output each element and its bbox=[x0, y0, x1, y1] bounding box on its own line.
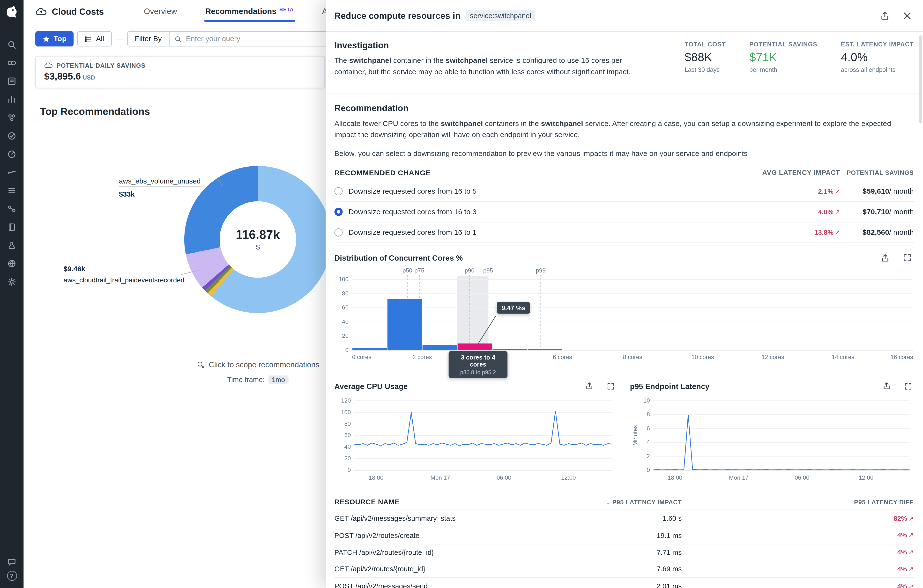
radio-button[interactable] bbox=[335, 228, 343, 237]
svg-text:100: 100 bbox=[341, 409, 351, 415]
table-header: RECOMMENDED CHANGE AVG LATENCY IMPACT PO… bbox=[335, 166, 914, 181]
potential-daily-savings-card: POTENTIAL DAILY SAVINGS $3,895.6USD bbox=[35, 56, 325, 88]
svg-text:12:00: 12:00 bbox=[561, 474, 576, 481]
radio-button[interactable] bbox=[335, 187, 343, 195]
monitors-icon[interactable] bbox=[7, 130, 17, 141]
svg-text:Mon 17: Mon 17 bbox=[430, 474, 450, 481]
distribution-chart[interactable]: 020406080100p50p75p90p95p990 cores2 core… bbox=[335, 267, 914, 371]
search-icon bbox=[174, 35, 182, 43]
time-frame-value-tag[interactable]: 1mo bbox=[268, 375, 289, 384]
ci-icon[interactable] bbox=[7, 240, 17, 251]
help-icon[interactable]: ? bbox=[7, 571, 17, 581]
recommendation-section: Recommendation Allocate fewer CPU cores … bbox=[326, 94, 923, 159]
svg-text:40: 40 bbox=[342, 318, 348, 325]
trend-up-icon: ↗ bbox=[908, 549, 913, 555]
logs-icon[interactable] bbox=[7, 76, 17, 86]
datadog-logo-icon[interactable] bbox=[4, 5, 19, 20]
resource-row[interactable]: GET /api/v2/messages/summary_stats 1.60 … bbox=[335, 510, 914, 527]
recommendation-side-panel: Reduce compute resources in service:swit… bbox=[325, 0, 923, 588]
service-tag[interactable]: service:switchpanel bbox=[466, 10, 535, 21]
endpoint-latency-chart[interactable]: p95 Endpoint Latency 024681018:00Mon 170… bbox=[630, 373, 914, 490]
export-icon[interactable] bbox=[880, 380, 893, 393]
export-icon[interactable] bbox=[879, 9, 892, 22]
svg-text:6: 6 bbox=[647, 425, 650, 432]
cursor-scope-icon bbox=[196, 360, 205, 369]
resource-row[interactable]: GET /api/v2/routes/{route_id} 7.69 ms 4%… bbox=[335, 561, 914, 578]
distribution-header: Distribution of Concurrent Cores % bbox=[326, 243, 923, 264]
scope-recommendations-action[interactable]: Click to scope recommendations bbox=[175, 360, 340, 369]
stat-total-cost: TOTAL COST $88K Last 30 days bbox=[685, 41, 726, 93]
settings-icon[interactable] bbox=[7, 276, 17, 287]
watchdog-icon[interactable] bbox=[7, 112, 17, 123]
trend-up-icon: ↗ bbox=[908, 515, 913, 522]
trend-up-icon: ↗ bbox=[908, 582, 913, 588]
apm-icon[interactable] bbox=[7, 167, 17, 177]
tab-overview[interactable]: Overview bbox=[130, 0, 191, 23]
search-icon[interactable] bbox=[7, 39, 17, 50]
cloud-costs-icon bbox=[35, 7, 47, 16]
time-frame: Time frame: 1mo bbox=[175, 375, 340, 384]
notebooks-icon[interactable] bbox=[7, 221, 17, 232]
infrastructure-icon[interactable] bbox=[7, 57, 17, 68]
panel-title: Reduce compute resources in bbox=[335, 11, 460, 21]
svg-text:0: 0 bbox=[647, 467, 650, 473]
savings-icon bbox=[44, 62, 53, 69]
cpu-usage-chart[interactable]: Average CPU Usage 02040608010012018:00Mo… bbox=[335, 373, 617, 490]
trend-up-icon: ↗ bbox=[835, 188, 840, 195]
svg-text:18:00: 18:00 bbox=[668, 474, 682, 481]
resource-row[interactable]: POST /api/v2/routes/create 19.1 ms 4%↗ bbox=[335, 527, 914, 544]
downsize-option-row[interactable]: Downsize requested cores from 16 to 3 4.… bbox=[335, 202, 914, 223]
svg-text:18:00: 18:00 bbox=[369, 474, 383, 481]
svg-text:8 cores: 8 cores bbox=[623, 354, 642, 360]
svg-text:06:00: 06:00 bbox=[496, 474, 511, 481]
expand-icon[interactable] bbox=[901, 380, 914, 393]
security-icon[interactable] bbox=[7, 258, 17, 269]
recommended-change-table: RECOMMENDED CHANGE AVG LATENCY IMPACT PO… bbox=[335, 166, 914, 243]
expand-icon[interactable] bbox=[604, 380, 617, 393]
export-icon[interactable] bbox=[879, 251, 892, 264]
resource-row[interactable]: POST /api/v2/messages/send 2.01 ms 4%↗ bbox=[335, 578, 914, 588]
filter-by-label[interactable]: Filter By bbox=[128, 32, 169, 46]
app-nav-rail: ? bbox=[0, 0, 23, 588]
downsize-option-row[interactable]: Downsize requested cores from 16 to 5 2.… bbox=[335, 181, 914, 202]
page-title: Cloud Costs bbox=[35, 0, 104, 23]
network-icon[interactable] bbox=[7, 203, 17, 214]
stat-potential-savings: POTENTIAL SAVINGS $71K per month bbox=[749, 41, 817, 93]
svg-text:2: 2 bbox=[647, 453, 650, 459]
svg-text:2 cores: 2 cores bbox=[413, 354, 432, 360]
chat-icon[interactable] bbox=[7, 556, 17, 567]
recommendation-heading: Recommendation bbox=[335, 103, 914, 113]
svg-text:Minutes: Minutes bbox=[632, 425, 638, 446]
resource-latency-table: RESOURCE NAME ↓P95 LATENCY IMPACT P95 LA… bbox=[335, 495, 914, 588]
downsize-option-row[interactable]: Downsize requested cores from 16 to 1 13… bbox=[335, 223, 914, 243]
close-icon[interactable] bbox=[901, 9, 914, 22]
trend-up-icon: ↗ bbox=[835, 229, 840, 236]
all-filter-button[interactable]: All bbox=[77, 31, 112, 46]
svg-text:0 cores: 0 cores bbox=[352, 354, 371, 360]
metrics-icon[interactable] bbox=[7, 94, 17, 105]
scrollbar[interactable] bbox=[919, 35, 922, 124]
savings-value: $3,895.6USD bbox=[44, 71, 316, 82]
donut-label-cloudtrail: $9.46k aws_cloudtrail_trail_paideventsre… bbox=[64, 265, 184, 283]
tab-recommendations[interactable]: RecommendationsBETA bbox=[191, 0, 308, 23]
processes-icon[interactable] bbox=[7, 185, 17, 196]
filter-joiner bbox=[115, 38, 123, 39]
svg-text:Mon 17: Mon 17 bbox=[729, 474, 749, 481]
radio-button[interactable] bbox=[335, 208, 343, 216]
sort-desc-icon[interactable]: ↓ bbox=[606, 498, 610, 506]
export-icon[interactable] bbox=[583, 380, 596, 393]
expand-icon[interactable] bbox=[901, 251, 914, 264]
query-input[interactable] bbox=[169, 32, 341, 46]
top-filter-button[interactable]: Top bbox=[35, 31, 74, 46]
range-tooltip: 3 cores to 4 cores p85.8 to p95.2 bbox=[449, 351, 507, 378]
star-icon bbox=[42, 35, 50, 43]
resource-row[interactable]: PATCH /api/v2/routes/{route_id} 7.71 ms … bbox=[335, 544, 914, 561]
recommendation-note: Below, you can select a downsizing recom… bbox=[335, 148, 914, 160]
investigation-body: The switchpanel container in the switchp… bbox=[335, 56, 632, 77]
svg-text:16 cores: 16 cores bbox=[890, 354, 913, 360]
svg-text:8: 8 bbox=[647, 411, 650, 418]
svg-text:12:00: 12:00 bbox=[859, 474, 874, 481]
recommendation-body: Allocate fewer CPU cores to the switchpa… bbox=[335, 118, 914, 141]
svg-text:80: 80 bbox=[342, 290, 348, 296]
synthetics-icon[interactable] bbox=[7, 149, 17, 159]
